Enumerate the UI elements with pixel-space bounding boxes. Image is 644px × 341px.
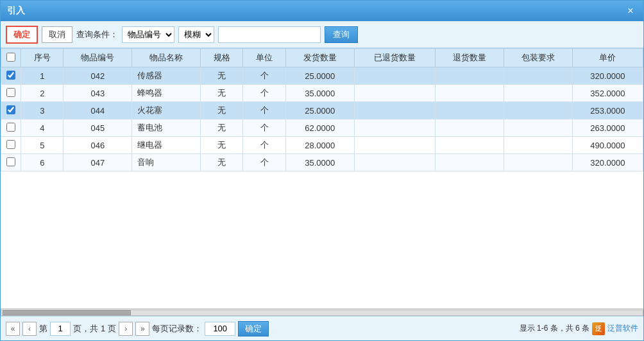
row-checkbox-cell	[1, 67, 21, 85]
confirm-button[interactable]: 确定	[6, 26, 38, 44]
cell-pack	[504, 137, 573, 154]
cell-price: 352.0000	[572, 85, 643, 102]
horizontal-scrollbar-area	[1, 308, 643, 316]
table-row[interactable]: 5046继电器无个28.0000490.0000	[1, 137, 643, 154]
cell-pack	[504, 102, 573, 119]
pagination-left: « ‹ 第 页，共 1 页 › » 每页记录数： 确定	[6, 321, 269, 337]
table-row[interactable]: 1042传感器无个25.0000320.0000	[1, 67, 643, 85]
cell-spec: 无	[200, 67, 242, 85]
cell-return_qty	[436, 102, 504, 119]
search-input[interactable]	[218, 26, 321, 43]
cell-name: 继电器	[132, 137, 201, 154]
per-page-confirm-button[interactable]: 确定	[238, 321, 269, 337]
cell-unit: 个	[243, 67, 285, 85]
cell-name: 蜂鸣器	[132, 85, 201, 102]
cell-return_done	[354, 137, 436, 154]
total-pages: 1	[101, 324, 105, 333]
per-page-input[interactable]	[205, 322, 235, 336]
cell-price: 320.0000	[572, 67, 643, 85]
per-page-label: 每页记录数：	[152, 323, 202, 335]
status-text: 显示 1-6 条，共 6 条	[520, 323, 589, 334]
cell-ship_qty: 25.0000	[285, 102, 354, 119]
cell-unit: 个	[243, 102, 285, 119]
cell-code: 043	[64, 85, 132, 102]
cell-price: 490.0000	[572, 137, 643, 154]
total-pages-suffix: 页	[108, 323, 116, 335]
row-checkbox-cell	[1, 119, 21, 137]
row-checkbox[interactable]	[6, 105, 15, 114]
close-button[interactable]: ×	[624, 4, 637, 17]
table-row[interactable]: 4045蓄电池无个62.0000263.0000	[1, 119, 643, 137]
cell-code: 046	[64, 137, 132, 154]
table-row[interactable]: 3044火花塞无个25.0000253.0000	[1, 102, 643, 119]
header-checkbox-cell	[1, 49, 21, 67]
first-page-button[interactable]: «	[6, 322, 20, 336]
logo-icon: 泛	[592, 322, 605, 335]
cell-price: 253.0000	[572, 102, 643, 119]
cell-name: 传感器	[132, 67, 201, 85]
row-checkbox-cell	[1, 154, 21, 171]
scrollbar-thumb[interactable]	[3, 310, 131, 315]
header-code: 物品编号	[64, 49, 132, 67]
page-prefix: 第	[39, 323, 47, 335]
cell-seq: 6	[21, 154, 64, 171]
row-checkbox[interactable]	[6, 88, 15, 97]
page-input[interactable]	[50, 322, 71, 336]
cell-unit: 个	[243, 119, 285, 137]
row-checkbox[interactable]	[6, 140, 15, 149]
prev-page-button[interactable]: ‹	[22, 322, 37, 336]
cell-return_done	[354, 154, 436, 171]
cell-return_done	[354, 102, 436, 119]
table-row[interactable]: 2043蜂鸣器无个35.0000352.0000	[1, 85, 643, 102]
cell-pack	[504, 119, 573, 137]
table-row[interactable]: 6047音响无个35.0000320.0000	[1, 154, 643, 171]
cell-return_done	[354, 85, 436, 102]
query-condition-label: 查询条件：	[76, 29, 118, 40]
match-select[interactable]: 模糊 精确	[178, 26, 214, 43]
cell-code: 047	[64, 154, 132, 171]
next-page-button[interactable]: ›	[119, 322, 133, 336]
cell-seq: 1	[21, 67, 64, 85]
table-body: 1042传感器无个25.0000320.00002043蜂鸣器无个35.0000…	[1, 67, 643, 171]
cell-return_done	[354, 119, 436, 137]
header-unit: 单位	[243, 49, 285, 67]
cell-return_done	[354, 67, 436, 85]
search-button[interactable]: 查询	[325, 26, 358, 43]
cell-return_qty	[436, 85, 504, 102]
cell-seq: 2	[21, 85, 64, 102]
header-pack: 包装要求	[504, 49, 573, 67]
cell-price: 320.0000	[572, 154, 643, 171]
cell-price: 263.0000	[572, 119, 643, 137]
table-area: 序号 物品编号 物品名称 规格 单位 发货数量 已退货数量 退货数量 包装要求 …	[1, 48, 643, 308]
cell-name: 蓄电池	[132, 119, 201, 137]
cell-unit: 个	[243, 137, 285, 154]
cell-spec: 无	[200, 119, 242, 137]
cell-seq: 5	[21, 137, 64, 154]
header-name: 物品名称	[132, 49, 201, 67]
cell-spec: 无	[200, 85, 242, 102]
cell-ship_qty: 28.0000	[285, 137, 354, 154]
row-checkbox[interactable]	[6, 123, 15, 132]
cell-return_qty	[436, 67, 504, 85]
cell-code: 044	[64, 102, 132, 119]
cell-code: 045	[64, 119, 132, 137]
cell-seq: 3	[21, 102, 64, 119]
data-table: 序号 物品编号 物品名称 规格 单位 发货数量 已退货数量 退货数量 包装要求 …	[1, 48, 643, 171]
header-return-qty: 退货数量	[436, 49, 504, 67]
row-checkbox[interactable]	[6, 157, 15, 166]
logo-text: 泛普软件	[607, 323, 638, 334]
cell-spec: 无	[200, 137, 242, 154]
horizontal-scrollbar[interactable]	[1, 310, 643, 316]
last-page-button[interactable]: »	[135, 322, 149, 336]
cell-return_qty	[436, 119, 504, 137]
field-select[interactable]: 物品编号 物品名称 规格	[122, 26, 174, 43]
row-checkbox[interactable]	[6, 71, 15, 80]
total-pages-prefix: 页，共	[73, 323, 98, 335]
import-dialog: 引入 × 确定 取消 查询条件： 物品编号 物品名称 规格 模糊 精确 查询	[0, 0, 644, 341]
cell-unit: 个	[243, 85, 285, 102]
toolbar: 确定 取消 查询条件： 物品编号 物品名称 规格 模糊 精确 查询	[1, 21, 643, 48]
select-all-checkbox[interactable]	[6, 53, 15, 62]
cancel-button[interactable]: 取消	[42, 26, 72, 43]
header-spec: 规格	[200, 49, 242, 67]
cell-return_qty	[436, 137, 504, 154]
